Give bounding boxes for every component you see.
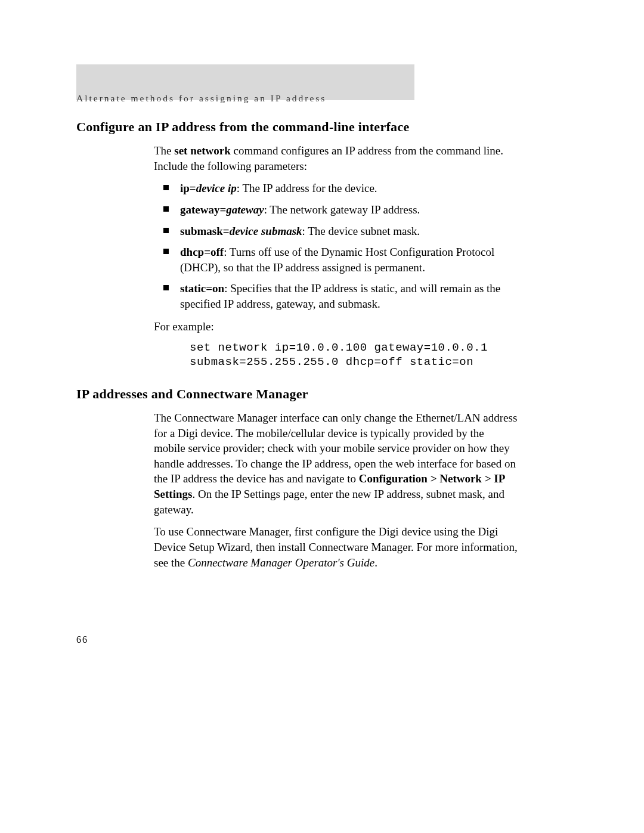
bullet-gateway: gateway=gateway: The network gateway IP … — [154, 202, 518, 218]
bullet-dhcp: dhcp=off: Turns off use of the Dynamic H… — [154, 244, 518, 275]
content-area: Configure an IP address from the command… — [76, 119, 518, 577]
param-arg: device ip — [196, 182, 237, 194]
intro-pre: The — [154, 144, 174, 157]
para2-ref: Connectware Manager Operator's Guide — [188, 556, 374, 569]
section-2-para-1: The Connectware Manager interface can on… — [154, 410, 518, 517]
param-arg: device submask — [230, 225, 302, 237]
para1-post: . On the IP Settings page, enter the new… — [154, 488, 504, 516]
section-1-title: Configure an IP address from the command… — [76, 119, 518, 135]
example-code: set network ip=10.0.0.100 gateway=10.0.0… — [190, 341, 518, 370]
param-name: dhcp=off — [180, 246, 224, 258]
section-2-para-2: To use Connectware Manager, first config… — [154, 524, 518, 570]
section-1-body: The set network command configures an IP… — [154, 143, 518, 370]
param-desc: : The device subnet mask. — [302, 225, 420, 237]
param-name: ip= — [180, 182, 196, 194]
para2-post: . — [374, 556, 377, 569]
page: Alternate methods for assigning an IP ad… — [0, 0, 644, 833]
bullet-ip: ip=device ip: The IP address for the dev… — [154, 181, 518, 196]
section-2-title: IP addresses and Connectware Manager — [76, 386, 518, 402]
bullet-submask: submask=device submask: The device subne… — [154, 224, 518, 239]
intro-paragraph: The set network command configures an IP… — [154, 143, 518, 174]
intro-command: set network — [174, 144, 230, 157]
page-number: 66 — [76, 634, 88, 645]
param-name: static=on — [180, 282, 224, 295]
param-desc: : The IP address for the device. — [237, 182, 377, 194]
section-2-body: The Connectware Manager interface can on… — [154, 410, 518, 570]
param-desc: : The network gateway IP address. — [264, 203, 420, 216]
example-label: For example: — [154, 319, 518, 335]
parameter-list: ip=device ip: The IP address for the dev… — [154, 181, 518, 311]
bullet-static: static=on: Specifies that the IP address… — [154, 281, 518, 311]
param-desc: : Specifies that the IP address is stati… — [180, 282, 500, 310]
param-desc: : Turns off use of the Dynamic Host Conf… — [180, 246, 494, 274]
param-arg: gateway — [226, 203, 264, 216]
param-name: gateway= — [180, 203, 226, 216]
param-name: submask= — [180, 225, 230, 237]
header-caption: Alternate methods for assigning an IP ad… — [76, 93, 326, 104]
